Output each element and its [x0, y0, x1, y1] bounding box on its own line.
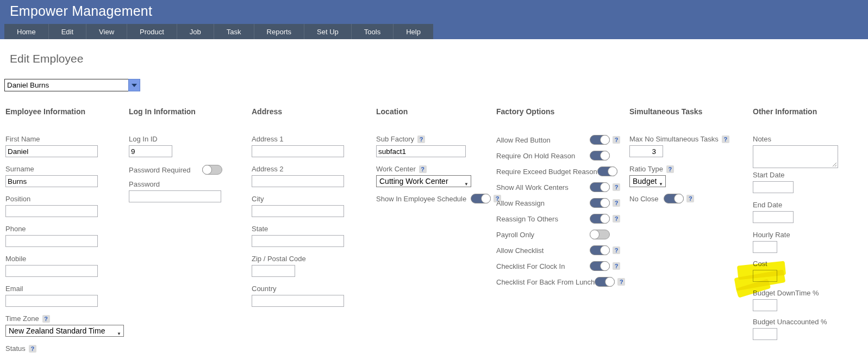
- require-exceed-budget-reason-toggle[interactable]: [597, 166, 617, 176]
- password-input[interactable]: [129, 190, 221, 202]
- status-field-label-row: Status: [5, 344, 124, 354]
- first-name-input[interactable]: [5, 145, 98, 157]
- help-icon[interactable]: [617, 278, 625, 286]
- require-on-hold-reason-toggle[interactable]: [590, 151, 610, 161]
- section-location: Location Sub Factory Work Center Cutting…: [376, 107, 501, 209]
- employee-selector-dropdown-button[interactable]: [128, 79, 140, 91]
- help-icon[interactable]: [613, 262, 620, 270]
- address1-label: Address 1: [252, 134, 344, 144]
- help-icon[interactable]: [29, 345, 36, 353]
- email-field: Email: [5, 284, 124, 307]
- login-id-input[interactable]: [129, 145, 172, 157]
- state-input[interactable]: [252, 235, 344, 247]
- position-input[interactable]: [5, 205, 98, 217]
- sub-factory-input[interactable]: [376, 145, 466, 157]
- nav-item-help[interactable]: Help: [393, 24, 433, 39]
- address1-input[interactable]: [252, 145, 344, 157]
- allow-checklist-row: Allow Checklist: [496, 245, 625, 256]
- allow-red-button-toggle[interactable]: [590, 135, 610, 145]
- password-required-toggle[interactable]: [202, 165, 222, 175]
- employee-selector-value[interactable]: Daniel Burns: [4, 79, 128, 91]
- help-icon[interactable]: [42, 315, 50, 323]
- section-title-employee-information: Employee Information: [5, 107, 124, 118]
- email-label: Email: [5, 284, 124, 294]
- section-address: Address Address 1 Address 2 City State Z…: [252, 107, 344, 314]
- help-icon[interactable]: [722, 135, 729, 143]
- end-date-input[interactable]: [753, 211, 794, 223]
- work-center-select[interactable]: Cutting Work Center: [376, 175, 471, 187]
- nav-item-reports[interactable]: Reports: [254, 24, 304, 39]
- help-icon[interactable]: [613, 215, 620, 223]
- no-close-toggle[interactable]: [664, 194, 684, 203]
- work-center-label: Work Center: [376, 164, 416, 174]
- notes-textarea[interactable]: [753, 145, 838, 168]
- city-input[interactable]: [252, 205, 344, 217]
- mobile-input[interactable]: [5, 265, 98, 277]
- nav-item-home[interactable]: Home: [4, 24, 48, 39]
- nav-item-tools[interactable]: Tools: [351, 24, 393, 39]
- nav-item-view[interactable]: View: [86, 24, 127, 39]
- surname-label: Surname: [5, 164, 124, 174]
- section-simultaneous-tasks: Simultaneous Tasks Max No Simultaneous T…: [629, 107, 729, 209]
- help-icon[interactable]: [419, 165, 427, 173]
- help-icon[interactable]: [686, 195, 694, 202]
- help-icon[interactable]: [666, 165, 674, 173]
- zip-input[interactable]: [252, 265, 295, 277]
- section-title-location: Location: [376, 107, 501, 118]
- chevron-down-icon: [132, 84, 137, 87]
- allow-reassign-row: Allow Reassign: [496, 197, 625, 208]
- payroll-only-toggle[interactable]: [590, 230, 610, 239]
- start-date-input[interactable]: [753, 181, 794, 193]
- show-all-work-centers-toggle[interactable]: [590, 182, 610, 192]
- section-factory-options: Factory Options Allow Red Button Require…: [496, 107, 625, 292]
- zip-label: Zip / Postal Code: [252, 254, 344, 264]
- state-label: State: [252, 224, 344, 234]
- section-title-simultaneous-tasks: Simultaneous Tasks: [629, 107, 729, 118]
- help-icon[interactable]: [613, 136, 620, 144]
- time-zone-select[interactable]: New Zealand Standard Time: [5, 325, 124, 337]
- nav-item-job[interactable]: Job: [177, 24, 214, 39]
- nav-item-edit[interactable]: Edit: [48, 24, 86, 39]
- budget-unaccounted-input[interactable]: [753, 328, 777, 340]
- max-simultaneous-tasks-input[interactable]: [629, 145, 663, 157]
- allow-red-button-label: Allow Red Button: [496, 136, 590, 144]
- help-icon[interactable]: [613, 199, 620, 207]
- max-simultaneous-tasks-field: Max No Simultaneous Tasks: [629, 134, 729, 157]
- nav-item-product[interactable]: Product: [127, 24, 177, 39]
- allow-reassign-toggle[interactable]: [590, 198, 610, 208]
- email-input[interactable]: [5, 295, 98, 307]
- employee-selector[interactable]: Daniel Burns: [4, 79, 140, 91]
- hourly-rate-input[interactable]: [753, 241, 777, 253]
- city-field: City: [252, 194, 344, 217]
- notes-label: Notes: [753, 134, 838, 144]
- show-in-schedule-row: Show In Employee Schedule: [376, 193, 501, 204]
- address2-input[interactable]: [252, 175, 344, 187]
- nav-item-task[interactable]: Task: [214, 24, 254, 39]
- help-icon[interactable]: [613, 183, 620, 191]
- show-in-schedule-toggle[interactable]: [471, 194, 491, 203]
- reassign-to-others-toggle[interactable]: [590, 214, 610, 224]
- checklist-for-back-from-lunch-label: Checklist For Back From Lunch: [496, 278, 595, 286]
- resize-grip-icon[interactable]: [832, 162, 837, 167]
- phone-input[interactable]: [5, 235, 98, 247]
- mobile-label: Mobile: [5, 254, 124, 264]
- mobile-field: Mobile: [5, 254, 124, 277]
- help-icon[interactable]: [417, 135, 425, 143]
- country-input[interactable]: [252, 295, 344, 307]
- sub-factory-field: Sub Factory: [376, 134, 501, 157]
- allow-checklist-toggle[interactable]: [590, 245, 610, 255]
- checklist-for-clock-in-label: Checklist For Clock In: [496, 262, 590, 270]
- help-icon[interactable]: [613, 246, 620, 254]
- nav-item-setup[interactable]: Set Up: [304, 24, 351, 39]
- section-title-address: Address: [252, 107, 344, 118]
- checklist-for-back-from-lunch-row: Checklist For Back From Lunch: [496, 276, 625, 287]
- checklist-for-clock-in-toggle[interactable]: [590, 261, 610, 271]
- budget-downtime-input[interactable]: [753, 299, 777, 311]
- address2-field: Address 2: [252, 164, 344, 187]
- phone-label: Phone: [5, 224, 124, 234]
- ratio-type-select[interactable]: Budget: [629, 175, 666, 187]
- checklist-for-back-from-lunch-toggle[interactable]: [595, 277, 615, 287]
- address1-field: Address 1: [252, 134, 344, 157]
- end-date-label: End Date: [753, 200, 838, 210]
- surname-input[interactable]: [5, 175, 98, 187]
